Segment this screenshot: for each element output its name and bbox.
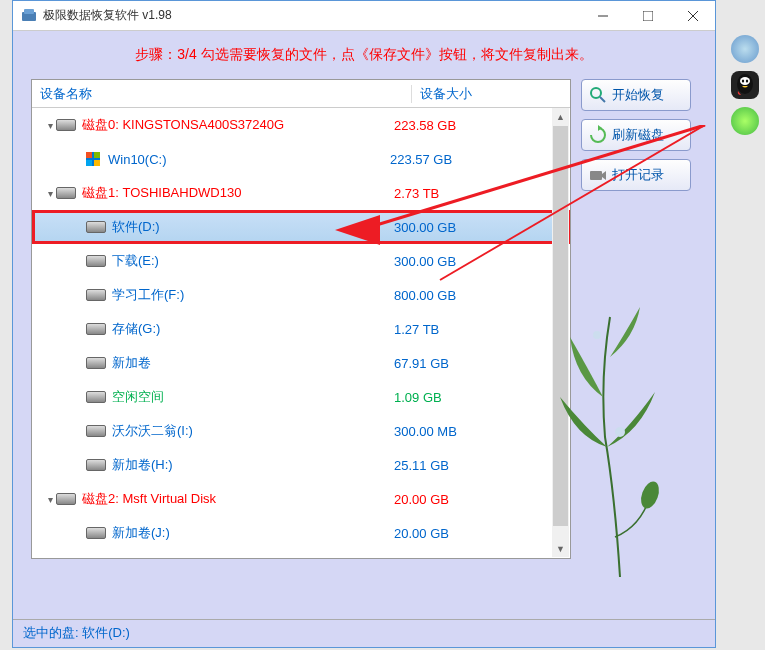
disk-icon — [86, 527, 106, 539]
device-label: 沃尔沃二翁(I:) — [112, 422, 394, 440]
minimize-button[interactable] — [580, 1, 625, 31]
svg-marker-12 — [598, 125, 602, 131]
status-bar: 选中的盘: 软件(D:) — [13, 619, 715, 647]
device-rows-container: ▾磁盘0: KINGSTONSA400S37240G223.58 GBWin10… — [32, 108, 570, 559]
close-button[interactable] — [670, 1, 715, 31]
device-size: 1.27 TB — [394, 322, 439, 337]
window-title: 极限数据恢复软件 v1.98 — [43, 7, 580, 24]
device-row[interactable]: ▾磁盘1: TOSHIBAHDWD1302.73 TB — [32, 176, 570, 210]
device-size: 223.57 GB — [390, 152, 452, 167]
device-size: 1.09 GB — [394, 390, 442, 405]
device-row[interactable]: 沃尔沃二翁(I:)300.00 MB — [32, 414, 570, 448]
tray-green-icon[interactable] — [731, 107, 759, 135]
scroll-up-arrow[interactable]: ▲ — [552, 108, 569, 125]
device-list-panel: 设备名称 设备大小 ▾磁盘0: KINGSTONSA400S37240G223.… — [31, 79, 571, 559]
tray-globe-icon[interactable] — [731, 35, 759, 63]
device-label: 磁盘3: Msft Virtual Disk — [82, 558, 394, 559]
device-row[interactable]: 学习工作(F:)800.00 GB — [32, 278, 570, 312]
scrollbar-thumb[interactable] — [553, 126, 568, 526]
refresh-disk-label: 刷新磁盘 — [612, 126, 664, 144]
device-size: 300.00 MB — [394, 424, 457, 439]
disk-icon — [86, 289, 106, 301]
disk-icon — [56, 119, 76, 131]
system-tray — [725, 30, 765, 135]
device-row[interactable]: 新加卷(H:)25.11 GB — [32, 448, 570, 482]
device-size: 800.00 GB — [394, 288, 456, 303]
expand-chevron-icon[interactable]: ▾ — [32, 120, 50, 131]
svg-point-23 — [742, 80, 744, 83]
svg-point-10 — [591, 88, 601, 98]
device-label: 磁盘1: TOSHIBAHDWD130 — [82, 184, 394, 202]
device-row[interactable]: ▾磁盘3: Msft Virtual Disk10.00 TB — [32, 550, 570, 559]
device-label: 空闲空间 — [112, 388, 394, 406]
device-row[interactable]: 空闲空间1.09 GB — [32, 380, 570, 414]
svg-rect-9 — [94, 160, 100, 166]
open-log-button[interactable]: 打开记录 — [581, 159, 691, 191]
svg-line-11 — [600, 97, 605, 102]
titlebar: 极限数据恢复软件 v1.98 — [13, 1, 715, 31]
magnifier-icon — [588, 85, 608, 105]
main-window: 极限数据恢复软件 v1.98 步骤：3/4 勾选需要恢复的文件，点《保存文件》按… — [12, 0, 716, 648]
refresh-icon — [588, 125, 608, 145]
camera-icon — [588, 165, 608, 185]
device-row[interactable]: 存储(G:)1.27 TB — [32, 312, 570, 346]
windows-icon — [86, 152, 100, 166]
device-label: 新加卷(J:) — [112, 524, 394, 542]
device-size: 20.00 GB — [394, 492, 449, 507]
scroll-down-arrow[interactable]: ▼ — [552, 540, 569, 557]
device-label: 新加卷 — [112, 354, 394, 372]
device-label: 学习工作(F:) — [112, 286, 394, 304]
column-header-name[interactable]: 设备名称 — [32, 85, 412, 103]
device-row[interactable]: 下载(E:)300.00 GB — [32, 244, 570, 278]
svg-point-22 — [740, 77, 750, 85]
app-icon — [21, 8, 37, 24]
maximize-button[interactable] — [625, 1, 670, 31]
device-row[interactable]: Win10(C:)223.57 GB — [32, 142, 570, 176]
disk-icon — [86, 323, 106, 335]
svg-rect-1 — [24, 9, 34, 14]
device-label: 软件(D:) — [112, 218, 394, 236]
disk-icon — [86, 357, 106, 369]
device-size: 300.00 GB — [394, 220, 456, 235]
svg-rect-6 — [86, 152, 92, 158]
device-size: 223.58 GB — [394, 118, 456, 133]
disk-icon — [86, 255, 106, 267]
expand-chevron-icon[interactable]: ▾ — [32, 494, 50, 505]
device-label: 磁盘0: KINGSTONSA400S37240G — [82, 116, 394, 134]
disk-icon — [56, 187, 76, 199]
device-size: 300.00 GB — [394, 254, 456, 269]
device-label: 新加卷(H:) — [112, 456, 394, 474]
vertical-scrollbar[interactable]: ▲ ▼ — [552, 108, 569, 557]
disk-icon — [86, 425, 106, 437]
instruction-text: 步骤：3/4 勾选需要恢复的文件，点《保存文件》按钮，将文件复制出来。 — [13, 31, 715, 79]
device-row[interactable]: 软件(D:)300.00 GB — [32, 210, 570, 244]
expand-chevron-icon[interactable]: ▾ — [32, 188, 50, 199]
device-size: 25.11 GB — [394, 458, 449, 473]
device-row[interactable]: 新加卷(J:)20.00 GB — [32, 516, 570, 550]
device-row[interactable]: ▾磁盘0: KINGSTONSA400S37240G223.58 GB — [32, 108, 570, 142]
svg-rect-8 — [86, 160, 92, 166]
svg-rect-13 — [590, 171, 602, 180]
action-buttons-panel: 开始恢复 刷新磁盘 打开记录 — [581, 79, 691, 559]
status-text: 选中的盘: 软件(D:) — [23, 625, 130, 640]
open-log-label: 打开记录 — [612, 166, 664, 184]
refresh-disk-button[interactable]: 刷新磁盘 — [581, 119, 691, 151]
device-label: 磁盘2: Msft Virtual Disk — [82, 490, 394, 508]
device-list-header: 设备名称 设备大小 — [32, 80, 570, 108]
device-size: 67.91 GB — [394, 356, 449, 371]
device-size: 20.00 GB — [394, 526, 449, 541]
device-label: 下载(E:) — [112, 252, 394, 270]
svg-marker-14 — [602, 171, 606, 180]
tray-qq-icon[interactable] — [731, 71, 759, 99]
device-size: 2.73 TB — [394, 186, 439, 201]
start-recovery-label: 开始恢复 — [612, 86, 664, 104]
start-recovery-button[interactable]: 开始恢复 — [581, 79, 691, 111]
disk-icon — [86, 459, 106, 471]
svg-rect-3 — [643, 11, 653, 21]
column-header-size[interactable]: 设备大小 — [412, 85, 472, 103]
device-row[interactable]: 新加卷67.91 GB — [32, 346, 570, 380]
disk-icon — [86, 391, 106, 403]
svg-point-24 — [746, 80, 748, 83]
svg-rect-7 — [94, 152, 100, 158]
device-row[interactable]: ▾磁盘2: Msft Virtual Disk20.00 GB — [32, 482, 570, 516]
